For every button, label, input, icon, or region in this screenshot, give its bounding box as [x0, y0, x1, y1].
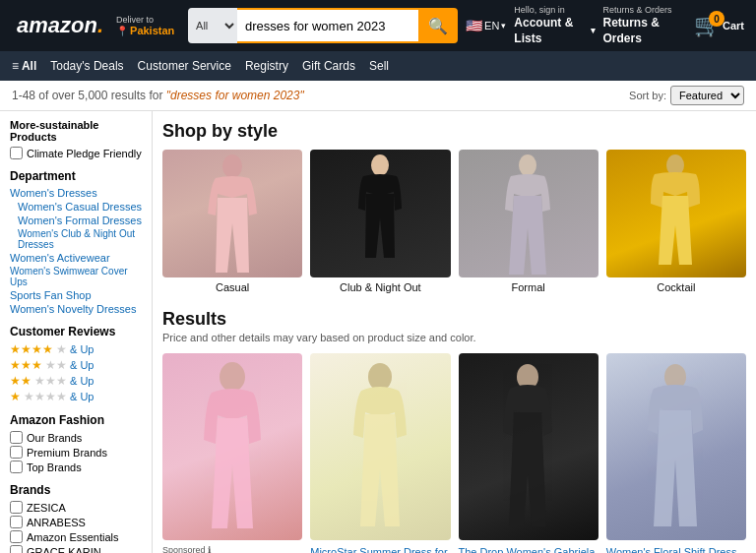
product-title-4[interactable]: Women's Floral Shift Dress: [606, 545, 746, 553]
brand-grace-karin[interactable]: GRACE KARIN: [10, 545, 142, 553]
returns-orders[interactable]: Returns & Orders Returns & Orders: [603, 5, 686, 47]
stars-1-up[interactable]: ★★★★★ & Up: [10, 390, 142, 403]
content-area: Shop by style Casual: [153, 111, 756, 553]
header: amazon. Deliver to 📍 Pakistan All 🔍 🇺🇸 E…: [0, 0, 756, 51]
nav-bar: ≡ All Today's Deals Customer Service Reg…: [0, 51, 756, 81]
product-title-2[interactable]: MicroStar Summer Dress for Women 2023 Sh…: [310, 545, 450, 553]
brand-zesica[interactable]: ZESICA: [10, 501, 142, 514]
style-card-casual[interactable]: Casual: [162, 150, 302, 293]
our-brands-checkbox[interactable]: Our Brands: [10, 431, 142, 444]
product-image-1: [162, 353, 302, 540]
stars-4-up[interactable]: ★★★★★ & Up: [10, 342, 142, 356]
results-title: Results: [162, 309, 746, 330]
svg-point-2: [519, 154, 536, 176]
dept-womens-dresses[interactable]: Women's Dresses: [10, 187, 142, 199]
style-card-formal[interactable]: Formal: [459, 150, 598, 293]
dept-novelty[interactable]: Women's Novelty Dresses: [10, 303, 142, 315]
style-img-cocktail: [606, 150, 746, 277]
deliver-to[interactable]: Deliver to 📍 Pakistan: [116, 15, 180, 36]
style-label-club: Club & Night Out: [310, 281, 450, 293]
amazon-fashion-section: Amazon Fashion Our Brands Premium Brands…: [10, 413, 142, 473]
style-img-casual: [162, 150, 302, 277]
style-img-club: [310, 150, 450, 277]
product-card-2[interactable]: MicroStar Summer Dress for Women 2023 Sh…: [310, 353, 450, 553]
nav-today-deals[interactable]: Today's Deals: [50, 59, 123, 73]
product-card-1[interactable]: Sponsored ℹ Women's Faux Wrap Dress ★★★★…: [162, 353, 302, 553]
svg-point-0: [222, 154, 242, 178]
products-grid: Sponsored ℹ Women's Faux Wrap Dress ★★★★…: [162, 353, 746, 553]
language-selector[interactable]: 🇺🇸 EN ▾: [466, 18, 506, 33]
dept-formal[interactable]: Women's Formal Dresses: [18, 215, 142, 226]
product-image-4: [606, 353, 746, 540]
style-grid: Casual Club & Night Out: [162, 150, 746, 293]
results-info-bar: 1-48 of over 5,000 results for "dresses …: [0, 81, 756, 111]
brands-section: Brands ZESICA ANRABESS Amazon Essentials…: [10, 483, 142, 553]
main-layout: More-sustainable Products Climate Pledge…: [0, 111, 756, 553]
search-query-display: "dresses for women 2023": [166, 89, 304, 102]
dept-sports[interactable]: Sports Fan Shop: [10, 289, 142, 301]
nav-sell[interactable]: Sell: [369, 59, 389, 73]
amazon-logo[interactable]: amazon.: [12, 12, 108, 39]
shop-by-style-title: Shop by style: [162, 121, 746, 142]
nav-gift-cards[interactable]: Gift Cards: [302, 59, 355, 73]
stars-2-up[interactable]: ★★★★★ & Up: [10, 374, 142, 388]
product-card-4[interactable]: Women's Floral Shift Dress ★★★★★ 1 $2026…: [606, 353, 746, 553]
nav-all[interactable]: ≡ All: [12, 59, 36, 73]
style-label-formal: Formal: [459, 281, 598, 293]
cart-button[interactable]: 🛒 0 Cart: [694, 13, 744, 38]
svg-point-1: [371, 154, 389, 176]
sidebar: More-sustainable Products Climate Pledge…: [0, 111, 153, 553]
product-image-2: [310, 353, 450, 540]
account-links[interactable]: Hello, sign in Account & Lists ▾: [514, 5, 595, 47]
brand-amazon-essentials[interactable]: Amazon Essentials: [10, 530, 142, 543]
style-card-club[interactable]: Club & Night Out: [310, 150, 450, 293]
svg-point-5: [368, 363, 392, 391]
sort-select[interactable]: Featured: [670, 86, 744, 105]
style-label-casual: Casual: [162, 281, 302, 293]
style-card-cocktail[interactable]: Cocktail: [606, 150, 746, 293]
dept-activewear[interactable]: Women's Activewear: [10, 252, 142, 264]
search-input[interactable]: [237, 8, 418, 43]
reviews-section: Customer Reviews ★★★★★ & Up ★★★★★ & Up ★…: [10, 325, 142, 403]
premium-brands-checkbox[interactable]: Premium Brands: [10, 446, 142, 459]
dept-swimwear[interactable]: Women's Swimwear Cover Ups: [10, 266, 142, 287]
sustainable-section: More-sustainable Products Climate Pledge…: [10, 119, 142, 159]
cart-count: 0: [709, 11, 724, 27]
dept-casual[interactable]: Women's Casual Dresses: [18, 201, 142, 213]
department-section: Department Women's Dresses Women's Casua…: [10, 169, 142, 315]
nav-registry[interactable]: Registry: [245, 59, 288, 73]
shop-by-style-section: Shop by style Casual: [162, 121, 746, 293]
style-label-cocktail: Cocktail: [606, 281, 746, 293]
climate-checkbox-label[interactable]: Climate Pledge Friendly: [10, 147, 142, 159]
climate-checkbox[interactable]: [10, 147, 23, 159]
sort-select-wrapper[interactable]: Sort by: Featured: [629, 86, 744, 105]
search-category-select[interactable]: All: [188, 8, 237, 43]
results-section: Results Price and other details may vary…: [162, 309, 746, 553]
results-range: 1-48 of over 5,000 results for: [12, 89, 162, 102]
style-img-formal: [459, 150, 598, 277]
sponsored-label-1: Sponsored ℹ: [162, 545, 302, 553]
product-card-3[interactable]: The Drop Women's Gabriela High-Neck Cut-…: [459, 353, 598, 553]
product-title-3[interactable]: The Drop Women's Gabriela High-Neck Cut-…: [459, 545, 598, 553]
stars-3-up[interactable]: ★★★★★ & Up: [10, 358, 142, 372]
nav-customer-service[interactable]: Customer Service: [138, 59, 231, 73]
dept-club[interactable]: Women's Club & Night Out Dresses: [18, 228, 142, 250]
brand-anrabess[interactable]: ANRABESS: [10, 516, 142, 528]
svg-point-4: [220, 362, 245, 392]
search-button[interactable]: 🔍: [418, 8, 458, 43]
results-subtitle: Price and other details may vary based o…: [162, 332, 746, 343]
top-brands-checkbox[interactable]: Top Brands: [10, 461, 142, 473]
product-image-3: [459, 353, 598, 540]
search-bar: All 🔍: [188, 8, 458, 43]
